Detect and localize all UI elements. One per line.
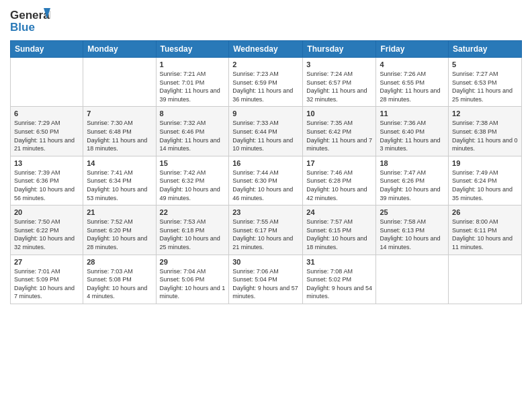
week-row-5: 27Sunrise: 7:01 AMSunset: 5:09 PMDayligh…: [11, 255, 522, 304]
day-number: 22: [160, 208, 226, 216]
day-cell-3: 3Sunrise: 7:24 AMSunset: 6:57 PMDaylight…: [303, 58, 376, 107]
day-cell-empty: [449, 255, 522, 304]
day-info: Sunrise: 7:08 AMSunset: 5:02 PMDaylight:…: [306, 267, 372, 301]
day-cell-29: 29Sunrise: 7:04 AMSunset: 5:06 PMDayligh…: [156, 255, 229, 304]
day-cell-13: 13Sunrise: 7:39 AMSunset: 6:36 PMDayligh…: [11, 156, 83, 205]
day-info: Sunrise: 7:42 AMSunset: 6:32 PMDaylight:…: [160, 169, 226, 202]
day-number: 7: [87, 109, 152, 118]
day-header-sunday: Sunday: [11, 41, 83, 58]
week-row-1: 1Sunrise: 7:21 AMSunset: 7:01 PMDaylight…: [11, 58, 522, 107]
day-number: 6: [14, 109, 79, 118]
day-number: 25: [380, 208, 445, 216]
day-number: 3: [306, 60, 372, 68]
day-cell-2: 2Sunrise: 7:23 AMSunset: 6:59 PMDaylight…: [229, 58, 303, 107]
day-cell-1: 1Sunrise: 7:21 AMSunset: 7:01 PMDaylight…: [156, 58, 229, 107]
day-cell-22: 22Sunrise: 7:53 AMSunset: 6:18 PMDayligh…: [156, 205, 229, 255]
day-number: 19: [452, 159, 518, 167]
day-cell-empty: [376, 255, 449, 304]
day-number: 31: [306, 258, 372, 266]
day-info: Sunrise: 7:44 AMSunset: 6:30 PMDaylight:…: [232, 169, 299, 202]
day-cell-21: 21Sunrise: 7:52 AMSunset: 6:20 PMDayligh…: [83, 205, 156, 255]
day-info: Sunrise: 7:49 AMSunset: 6:24 PMDaylight:…: [452, 169, 518, 202]
day-number: 15: [160, 159, 226, 167]
day-info: Sunrise: 7:41 AMSunset: 6:34 PMDaylight:…: [87, 169, 152, 202]
day-number: 21: [87, 208, 152, 216]
day-info: Sunrise: 7:32 AMSunset: 6:46 PMDaylight:…: [160, 119, 226, 152]
day-number: 18: [380, 159, 445, 167]
day-number: 5: [452, 60, 518, 68]
day-info: Sunrise: 7:30 AMSunset: 6:48 PMDaylight:…: [87, 119, 152, 152]
day-info: Sunrise: 7:36 AMSunset: 6:40 PMDaylight:…: [380, 119, 445, 152]
day-number: 26: [452, 208, 518, 216]
day-info: Sunrise: 7:26 AMSunset: 6:55 PMDaylight:…: [380, 70, 445, 103]
logo: GeneralBlue: [10, 7, 50, 35]
day-cell-10: 10Sunrise: 7:35 AMSunset: 6:42 PMDayligh…: [303, 107, 376, 156]
day-info: Sunrise: 7:29 AMSunset: 6:50 PMDaylight:…: [14, 119, 79, 152]
day-info: Sunrise: 7:39 AMSunset: 6:36 PMDaylight:…: [14, 169, 79, 202]
day-header-saturday: Saturday: [449, 41, 522, 58]
day-cell-23: 23Sunrise: 7:55 AMSunset: 6:17 PMDayligh…: [229, 205, 303, 255]
day-info: Sunrise: 7:55 AMSunset: 6:17 PMDaylight:…: [232, 218, 299, 251]
day-info: Sunrise: 7:06 AMSunset: 5:04 PMDaylight:…: [232, 267, 299, 301]
day-number: 23: [232, 208, 299, 216]
day-cell-28: 28Sunrise: 7:03 AMSunset: 5:08 PMDayligh…: [83, 255, 156, 304]
day-cell-16: 16Sunrise: 7:44 AMSunset: 6:30 PMDayligh…: [229, 156, 303, 205]
day-cell-9: 9Sunrise: 7:33 AMSunset: 6:44 PMDaylight…: [229, 107, 303, 156]
day-cell-20: 20Sunrise: 7:50 AMSunset: 6:22 PMDayligh…: [11, 205, 83, 255]
day-info: Sunrise: 7:47 AMSunset: 6:26 PMDaylight:…: [380, 169, 445, 202]
day-info: Sunrise: 7:24 AMSunset: 6:57 PMDaylight:…: [306, 70, 372, 103]
day-number: 13: [14, 159, 79, 167]
day-cell-15: 15Sunrise: 7:42 AMSunset: 6:32 PMDayligh…: [156, 156, 229, 205]
day-number: 2: [232, 60, 299, 68]
day-info: Sunrise: 7:53 AMSunset: 6:18 PMDaylight:…: [160, 218, 226, 251]
day-cell-18: 18Sunrise: 7:47 AMSunset: 6:26 PMDayligh…: [376, 156, 449, 205]
day-cell-24: 24Sunrise: 7:57 AMSunset: 6:15 PMDayligh…: [303, 205, 376, 255]
day-cell-7: 7Sunrise: 7:30 AMSunset: 6:48 PMDaylight…: [83, 107, 156, 156]
day-info: Sunrise: 7:58 AMSunset: 6:13 PMDaylight:…: [380, 218, 445, 251]
calendar-table: SundayMondayTuesdayWednesdayThursdayFrid…: [10, 40, 522, 304]
day-header-wednesday: Wednesday: [229, 41, 303, 58]
header: GeneralBlue: [10, 7, 522, 35]
day-cell-30: 30Sunrise: 7:06 AMSunset: 5:04 PMDayligh…: [229, 255, 303, 304]
day-info: Sunrise: 7:01 AMSunset: 5:09 PMDaylight:…: [14, 267, 79, 301]
day-info: Sunrise: 7:52 AMSunset: 6:20 PMDaylight:…: [87, 218, 152, 251]
day-cell-19: 19Sunrise: 7:49 AMSunset: 6:24 PMDayligh…: [449, 156, 522, 205]
day-number: 11: [380, 109, 445, 118]
day-number: 10: [306, 109, 372, 118]
day-info: Sunrise: 7:21 AMSunset: 7:01 PMDaylight:…: [160, 70, 226, 103]
day-number: 30: [232, 258, 299, 266]
day-info: Sunrise: 7:57 AMSunset: 6:15 PMDaylight:…: [306, 218, 372, 251]
day-number: 12: [452, 109, 518, 118]
day-cell-26: 26Sunrise: 8:00 AMSunset: 6:11 PMDayligh…: [449, 205, 522, 255]
day-number: 1: [160, 60, 226, 68]
day-cell-6: 6Sunrise: 7:29 AMSunset: 6:50 PMDaylight…: [11, 107, 83, 156]
day-cell-25: 25Sunrise: 7:58 AMSunset: 6:13 PMDayligh…: [376, 205, 449, 255]
day-number: 29: [160, 258, 226, 266]
week-row-2: 6Sunrise: 7:29 AMSunset: 6:50 PMDaylight…: [11, 107, 522, 156]
day-info: Sunrise: 7:04 AMSunset: 5:06 PMDaylight:…: [160, 267, 226, 301]
day-number: 27: [14, 258, 79, 266]
day-info: Sunrise: 7:03 AMSunset: 5:08 PMDaylight:…: [87, 267, 152, 301]
day-number: 20: [14, 208, 79, 216]
day-cell-11: 11Sunrise: 7:36 AMSunset: 6:40 PMDayligh…: [376, 107, 449, 156]
day-cell-empty: [11, 58, 83, 107]
day-cell-12: 12Sunrise: 7:38 AMSunset: 6:38 PMDayligh…: [449, 107, 522, 156]
day-cell-5: 5Sunrise: 7:27 AMSunset: 6:53 PMDaylight…: [449, 58, 522, 107]
day-number: 9: [232, 109, 299, 118]
day-header-monday: Monday: [83, 41, 156, 58]
day-cell-4: 4Sunrise: 7:26 AMSunset: 6:55 PMDaylight…: [376, 58, 449, 107]
day-number: 17: [306, 159, 372, 167]
svg-text:Blue: Blue: [10, 21, 35, 34]
day-headers-row: SundayMondayTuesdayWednesdayThursdayFrid…: [11, 41, 522, 58]
day-header-thursday: Thursday: [303, 41, 376, 58]
day-info: Sunrise: 7:35 AMSunset: 6:42 PMDaylight:…: [306, 119, 372, 152]
day-number: 4: [380, 60, 445, 68]
day-cell-17: 17Sunrise: 7:46 AMSunset: 6:28 PMDayligh…: [303, 156, 376, 205]
day-number: 28: [87, 258, 152, 266]
day-info: Sunrise: 7:50 AMSunset: 6:22 PMDaylight:…: [14, 218, 79, 251]
day-cell-empty: [83, 58, 156, 107]
day-cell-31: 31Sunrise: 7:08 AMSunset: 5:02 PMDayligh…: [303, 255, 376, 304]
day-info: Sunrise: 7:38 AMSunset: 6:38 PMDaylight:…: [452, 119, 518, 152]
day-cell-14: 14Sunrise: 7:41 AMSunset: 6:34 PMDayligh…: [83, 156, 156, 205]
day-number: 14: [87, 159, 152, 167]
